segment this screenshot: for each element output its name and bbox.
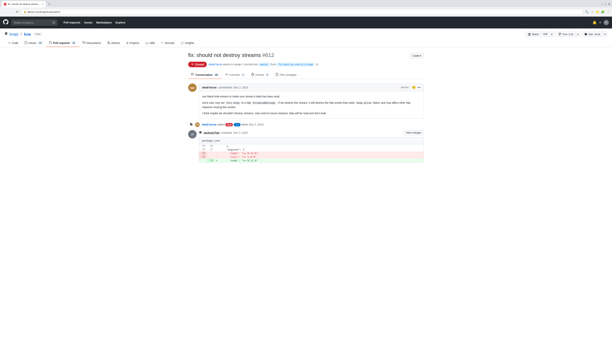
code-incoming-message: IncomingMessage (252, 101, 276, 104)
timeline-author-link[interactable]: dead-horse (202, 123, 216, 126)
diff-left-num-3: 57 (199, 155, 207, 159)
review-action-text: reviewed (221, 131, 232, 134)
head-branch-link[interactable]: fix-destroy-everty-stream (277, 63, 314, 66)
review-block: JT JacksonTian reviewed Dec 2, 2015 View… (188, 130, 424, 163)
diff-right-num-4: 58 (207, 159, 214, 162)
watch-dropdown[interactable]: ▾ (550, 31, 554, 37)
search-icon[interactable]: 🔍 (584, 10, 589, 14)
browser-address-bar: ← → ↻ 🔒 github.com/koajs/koa/pull/612 🔍 … (0, 7, 612, 16)
tab-conversation[interactable]: Conversation 33 (188, 71, 222, 79)
repo-nav-discussions[interactable]: Discussions (79, 39, 104, 47)
comment-1-avatar: DH (188, 83, 197, 92)
diff-right-num-0: 56 (207, 144, 214, 148)
timeline-event-text: dead-horse added bug 1.x labels Dec 2, 2… (202, 123, 264, 126)
star-button[interactable]: Star 33.2k (582, 31, 603, 37)
pr-status-badge: Closed (188, 62, 207, 67)
new-tab-button[interactable]: + (46, 1, 52, 7)
github-nav: Pull requests Issues Marketplace Explore (62, 20, 127, 25)
diff-code-4: "node": ">= 0.12.0" (219, 159, 424, 162)
notifications-bell-icon[interactable]: 🔔 (593, 20, 597, 25)
repo-nav-projects[interactable]: ⊞ Projects (123, 39, 142, 47)
projects-icon: ⊞ (126, 41, 128, 44)
reviewer-link[interactable]: JacksonTian (204, 131, 220, 134)
comment-1-block: DH dead-horse commented Dec 2, 2015 Memb… (188, 83, 424, 119)
create-new-icon[interactable]: + (599, 20, 601, 25)
search-bar[interactable]: Search or jump to... / (12, 20, 57, 26)
repo-nav-actions[interactable]: Actions (104, 39, 123, 47)
repo-nav-insights[interactable]: 📈 Insights (178, 39, 197, 47)
tab-checks[interactable]: Checks 0 (248, 71, 272, 79)
tab-strip-menu: ─ □ ✕ (601, 2, 611, 6)
main-content: fix: should not destroy streams #612 Cod… (184, 47, 428, 171)
code-dropdown-button[interactable]: Code ▾ (410, 53, 424, 59)
files-tab-icon (275, 73, 278, 77)
1x-label[interactable]: 1.x (234, 123, 241, 126)
diff-marker-1 (214, 148, 219, 151)
repo-name-link[interactable]: koa (24, 32, 31, 37)
insights-icon: 📈 (181, 41, 184, 44)
browser-extension-icons: 🔍 ☆ ⭐ 🧩 ⋮ (584, 10, 611, 14)
minimize-button[interactable]: ─ (601, 2, 603, 6)
extensions-icon[interactable]: 🧩 (600, 10, 605, 14)
repo-nav-code[interactable]: <> Code (5, 39, 21, 47)
comment-1-header: dead-horse commented Dec 2, 2015 Member … (199, 84, 424, 91)
fork-dropdown[interactable]: ▾ (576, 31, 580, 37)
user-avatar[interactable]: AV (604, 20, 609, 25)
diff-code-3: "iojs": ">= 1.0.0" (219, 155, 424, 159)
nav-issues[interactable]: Issues (83, 20, 94, 25)
menu-icon[interactable]: ⋮ (606, 10, 611, 14)
discussions-icon (83, 41, 85, 45)
emoji-reaction-button[interactable]: 🙂 (412, 86, 416, 89)
comment-1-author[interactable]: dead-horse (202, 86, 217, 89)
diff-marker-4: + (214, 159, 219, 162)
address-text: github.com/koajs/koa/pull/612 (28, 11, 581, 13)
close-window-button[interactable]: ✕ (608, 2, 611, 6)
maximize-button[interactable]: □ (605, 2, 606, 6)
github-logo[interactable] (3, 19, 8, 26)
tab-commits[interactable]: Commits 1 (222, 71, 248, 79)
diff-right-num-1: 57 (207, 148, 214, 151)
repo-nav-wiki[interactable]: 📖 Wiki (142, 39, 158, 47)
timeline-labels-event: DH dead-horse added bug 1.x labels Dec 2… (188, 122, 424, 127)
forward-button[interactable]: → (8, 9, 14, 14)
repo-nav-security[interactable]: 🛡 Security (158, 39, 178, 47)
nav-pull-requests[interactable]: Pull requests (62, 20, 82, 25)
repo-nav-issues[interactable]: Issues 28 (21, 39, 46, 47)
diff-row-4: 58 + "node": ">= 0.12.0" (199, 159, 424, 162)
star-group: Star 33.2k ▾ (582, 31, 607, 37)
repo-nav-pulls[interactable]: Pull requests 26 (46, 39, 79, 47)
comment-1-actions: 🙂 ••• (412, 86, 420, 89)
view-changes-button[interactable]: View changes (403, 130, 424, 135)
base-branch-link[interactable]: master (259, 63, 270, 66)
repo-owner-link[interactable]: koajs (10, 32, 19, 37)
pr-author-link[interactable]: dead-horse (209, 63, 222, 66)
fork-button[interactable]: Fork 3.2k (556, 31, 576, 37)
back-button[interactable]: ← (1, 9, 7, 14)
watch-button[interactable]: Watch (525, 31, 542, 37)
copy-branch-button[interactable]: ⧉ (316, 63, 318, 66)
address-bar[interactable]: 🔒 github.com/koajs/koa/pull/612 (21, 9, 583, 15)
active-browser-tab[interactable]: fix: should not destroy stream… × (1, 1, 46, 7)
nav-marketplace[interactable]: Marketplace (95, 20, 113, 25)
comment-1-action: commented (218, 86, 232, 89)
diff-table: 54 56 }, 55 57 "engines": { 56 - "node":… (199, 144, 424, 162)
diff-row-1: 55 57 "engines": { (199, 148, 424, 151)
diff-block: package.json 54 56 }, 55 57 "engines": {… (199, 137, 424, 163)
comment-para-1: use black-hole-stream to make sure strea… (202, 94, 420, 99)
pr-status-row: Closed dead-horse wants to merge 1 commi… (188, 62, 424, 67)
tab-title: fix: should not destroy stream… (8, 3, 40, 6)
bug-label[interactable]: bug (225, 123, 233, 126)
tab-files-changed[interactable]: Files changed (272, 71, 299, 79)
bookmark-icon[interactable]: ☆ (590, 10, 594, 14)
refresh-button[interactable]: ↻ (14, 9, 20, 14)
github-header: Search or jump to... / Pull requests Iss… (0, 17, 612, 28)
comment-more-button[interactable]: ••• (417, 86, 420, 89)
diff-left-num-2: 56 (199, 151, 207, 155)
star-dropdown[interactable]: ▾ (603, 31, 607, 37)
star-icon[interactable]: ⭐ (595, 10, 600, 14)
pr-title: fix: should not destroy streams #612 (188, 52, 274, 59)
watch-count[interactable]: 839 (542, 31, 550, 37)
tab-close-button[interactable]: × (42, 3, 43, 6)
nav-explore[interactable]: Explore (114, 20, 127, 25)
review-eye-icon (199, 131, 202, 135)
